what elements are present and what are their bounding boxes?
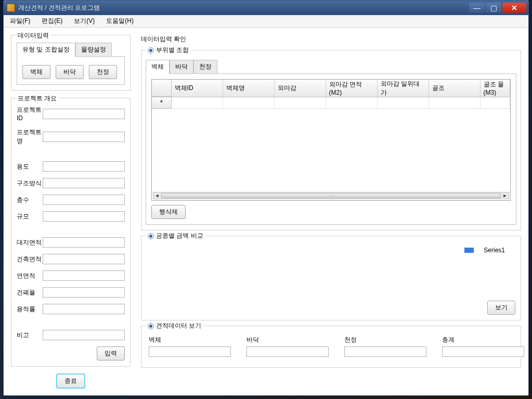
scroll-thumb[interactable]: ··· — [161, 193, 501, 198]
app-icon — [7, 4, 15, 12]
parts-tabpanel: 벽체ID 벽체명 외마감 외마감 면적(M2) 외마감 일위대가 골조 골조 물… — [146, 73, 516, 225]
label-site-area: 대지면적 — [17, 238, 43, 247]
legend-text: Series1 — [484, 247, 505, 254]
parts-tab-wall[interactable]: 벽체 — [146, 60, 170, 74]
cell[interactable] — [378, 97, 429, 109]
input-site-area[interactable] — [43, 237, 125, 248]
left-pane: 데이터입력 유형 및 조합설정 물량설정 벽체 바닥 천정 프로젝트 개요 프로… — [11, 35, 131, 388]
menu-edit[interactable]: 편집(E) — [40, 16, 64, 27]
scroll-right-icon[interactable]: ► — [501, 192, 509, 199]
input-button[interactable]: 입력 — [97, 346, 125, 361]
radio-icon — [148, 323, 154, 329]
label-structure: 구조방식 — [17, 179, 43, 188]
label-bcr: 건폐율 — [17, 288, 43, 297]
floor-button[interactable]: 바닥 — [56, 65, 84, 79]
input-scale[interactable] — [43, 211, 125, 222]
titlebar[interactable]: 개산견적 / 견적관리 프로그램 — ▢ ✕ — [4, 1, 528, 15]
right-pane: 데이터입력 확인 부위별 조합 벽체 바닥 천정 — [141, 35, 521, 388]
content-area: 데이터입력 유형 및 조합설정 물량설정 벽체 바닥 천정 프로젝트 개요 프로… — [4, 28, 528, 395]
tab-type-setting[interactable]: 유형 및 조합설정 — [17, 43, 75, 57]
input-build-area[interactable] — [43, 254, 125, 264]
radio-icon — [148, 233, 154, 239]
parts-group-legend[interactable]: 부위별 조합 — [146, 46, 191, 55]
data-input-group: 데이터입력 유형 및 조합설정 물량설정 벽체 바닥 천정 — [11, 35, 131, 91]
scroll-left-icon[interactable]: ◄ — [153, 192, 161, 199]
label-build-area: 건축면적 — [17, 255, 43, 264]
input-structure[interactable] — [43, 178, 125, 188]
menu-file[interactable]: 파일(F) — [8, 16, 32, 27]
col-ext-unit[interactable]: 외마감 일위대가 — [378, 80, 429, 97]
cell[interactable] — [275, 97, 326, 109]
col-wall-id[interactable]: 벽체ID — [172, 80, 223, 97]
project-overview-group: 프로젝트 개요 프로젝트ID 프로젝트명 용도 구조방식 층수 규모 대지면적 … — [11, 98, 131, 367]
cell[interactable] — [326, 97, 378, 109]
label-floor: 바닥 — [246, 336, 329, 344]
view-button[interactable]: 보기 — [487, 301, 515, 315]
compare-group: 공종별 금액 비교 Series1 보기 — [141, 236, 521, 320]
col-wall-name[interactable]: 벽체명 — [223, 80, 275, 97]
tab-qty-setting[interactable]: 물량설정 — [75, 43, 112, 57]
input-usage[interactable] — [43, 161, 125, 172]
parts-group-label: 부위별 조합 — [156, 46, 189, 55]
col-ext-area[interactable]: 외마감 면적(M2) — [326, 80, 378, 97]
data-input-legend: 데이터입력 — [16, 31, 51, 40]
label-far: 용적률 — [17, 305, 43, 314]
input-far[interactable] — [43, 304, 125, 314]
estimate-view-legend[interactable]: 견적데이터 보기 — [146, 321, 203, 330]
label-ceiling: 천정 — [344, 336, 426, 344]
display-floor[interactable] — [246, 346, 329, 357]
window-title: 개산견적 / 견적관리 프로그램 — [18, 4, 100, 12]
parts-group: 부위별 조합 벽체 바닥 천정 벽체ID 벽체명 외마감 — [141, 50, 521, 230]
exit-button[interactable]: 종료 — [57, 374, 85, 388]
cell[interactable] — [172, 97, 223, 109]
grid-row-marker: * — [152, 97, 172, 109]
display-ceiling[interactable] — [344, 346, 426, 357]
minimize-button[interactable]: — — [469, 3, 485, 13]
horizontal-scrollbar[interactable]: ◄ ··· ► — [153, 192, 509, 199]
grid-header: 벽체ID 벽체명 외마감 외마감 면적(M2) 외마감 일위대가 골조 골조 물… — [152, 80, 510, 97]
label-floors: 층수 — [17, 196, 43, 204]
maximize-button[interactable]: ▢ — [486, 3, 501, 13]
input-floors[interactable] — [43, 195, 125, 205]
estimate-view-label: 견적데이터 보기 — [156, 321, 201, 330]
radio-icon — [148, 47, 154, 54]
input-proj-name[interactable] — [43, 132, 125, 142]
menu-help[interactable]: 도움말(H) — [104, 16, 136, 27]
label-proj-id: 프로젝트ID — [17, 106, 43, 122]
input-note[interactable] — [43, 330, 125, 340]
label-scale: 규모 — [17, 212, 43, 221]
legend-swatch — [464, 248, 474, 253]
display-total[interactable] — [442, 346, 524, 357]
menu-view[interactable]: 보기(V) — [72, 16, 97, 27]
label-note: 비고 — [17, 331, 43, 340]
settings-tabstrip: 유형 및 조합설정 물량설정 — [17, 43, 125, 57]
estimate-view-group: 견적데이터 보기 벽체 바닥 천정 — [141, 326, 521, 368]
input-total-area[interactable] — [43, 271, 125, 281]
grid-corner — [152, 80, 172, 97]
col-frame[interactable]: 골조 — [429, 80, 481, 97]
close-button[interactable]: ✕ — [502, 3, 526, 13]
input-bcr[interactable] — [43, 287, 125, 298]
app-window: 개산견적 / 견적관리 프로그램 — ▢ ✕ 파일(F) 편집(E) 보기(V)… — [3, 0, 529, 396]
delete-row-button[interactable]: 행삭제 — [151, 205, 186, 219]
ceiling-button[interactable]: 천정 — [89, 65, 117, 79]
compare-group-legend[interactable]: 공종별 금액 비교 — [146, 231, 205, 240]
cell[interactable] — [223, 97, 275, 109]
col-frame-vol[interactable]: 골조 물(M3) — [481, 80, 510, 97]
cell[interactable] — [481, 97, 510, 109]
label-wall: 벽체 — [149, 336, 231, 344]
data-grid[interactable]: 벽체ID 벽체명 외마감 외마감 면적(M2) 외마감 일위대가 골조 골조 물… — [151, 79, 511, 201]
grid-new-row[interactable]: * — [152, 97, 510, 109]
label-total-area: 연면적 — [17, 272, 43, 280]
chart-area: Series1 — [147, 243, 515, 301]
parts-tab-floor[interactable]: 바닥 — [170, 60, 193, 74]
display-wall[interactable] — [149, 346, 231, 357]
label-total: 총계 — [442, 336, 524, 344]
wall-button[interactable]: 벽체 — [22, 65, 50, 79]
confirm-title: 데이터입력 확인 — [141, 35, 521, 44]
cell[interactable] — [429, 97, 481, 109]
input-proj-id[interactable] — [43, 109, 125, 119]
parts-tab-ceiling[interactable]: 천정 — [193, 60, 217, 74]
parts-tabstrip: 벽체 바닥 천정 — [146, 60, 516, 74]
col-ext-fin[interactable]: 외마감 — [275, 80, 326, 97]
